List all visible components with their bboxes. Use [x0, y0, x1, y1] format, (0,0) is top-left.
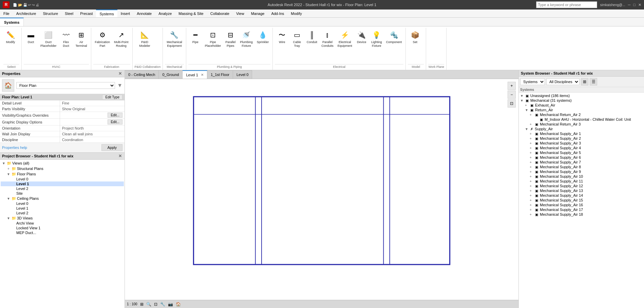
minimize-button[interactable]: ─	[628, 3, 631, 7]
zoom-out-button[interactable]: −	[508, 91, 516, 99]
ribbon-tab-systems[interactable]: Systems	[0, 18, 24, 26]
ribbon-btn-sprinkler[interactable]: 💧Sprinkler	[255, 28, 271, 45]
system-browser-item[interactable]: +▣Mechanical Supply_Air 2	[519, 136, 643, 141]
sb-expand-icon[interactable]: +	[530, 146, 534, 150]
menu-item-view[interactable]: View	[233, 9, 248, 17]
sb-expand-icon[interactable]: +	[530, 160, 534, 164]
ribbon-btn-set[interactable]: 📦Set	[408, 28, 422, 45]
disciplines-dropdown[interactable]: All Disciplines	[546, 78, 580, 85]
sb-expand-icon[interactable]: +	[530, 151, 534, 155]
menu-item-modify[interactable]: Modify	[287, 9, 305, 17]
sb-expand-icon[interactable]: +	[530, 170, 534, 174]
properties-close-button[interactable]: ✕	[118, 71, 122, 76]
system-browser-item[interactable]: +▣Mechanical Supply_Air 12	[519, 184, 643, 188]
menu-item-collaborate[interactable]: Collaborate	[207, 9, 233, 17]
footer-icon-4[interactable]: 🔧	[160, 302, 165, 307]
system-browser-tree[interactable]: ▼▣Unassigned (186 items)▼▣Mechanical (31…	[519, 93, 644, 308]
ribbon-btn-device[interactable]: 🔌Device	[355, 28, 369, 45]
expand-icon[interactable]: ▼	[6, 196, 11, 201]
footer-icon-5[interactable]: 📷	[168, 302, 173, 307]
system-browser-item[interactable]: +▣Mechanical Supply_Air 7	[519, 160, 643, 165]
system-browser-item[interactable]: ▼▣Unassigned (186 items)	[519, 93, 643, 98]
sb-expand-icon[interactable]: +	[530, 198, 534, 202]
system-browser-item[interactable]: +▣Mechanical Supply_Air 3	[519, 141, 643, 146]
project-browser-item[interactable]: ▼📁Views (all)	[1, 160, 124, 166]
ribbon-btn-cable-tray[interactable]: ▭Cable Tray	[290, 28, 304, 49]
ribbon-btn-parallel-pipes[interactable]: ⊟Parallel Pipes	[223, 28, 238, 49]
ribbon-btn-multi-point-routing[interactable]: ↗Multi-Point Routing	[112, 28, 130, 49]
project-browser-item[interactable]: ▼📁Floor Plans	[1, 171, 124, 177]
project-browser-item[interactable]: Locked View 1	[1, 226, 124, 230]
menu-item-systems[interactable]: Systems	[96, 9, 117, 17]
sb-expand-icon[interactable]: +	[530, 179, 534, 183]
sb-view-btn-2[interactable]: ☰	[590, 78, 597, 85]
sb-expand-icon[interactable]: +	[530, 189, 534, 193]
system-browser-item[interactable]: +▣Mechanical Supply_Air 10	[519, 174, 643, 179]
sb-expand-icon[interactable]: +	[530, 175, 534, 178]
view-tab-close-button[interactable]: ✕	[201, 73, 204, 77]
ribbon-btn-pid-modeler[interactable]: 📐P&ID Modeler	[135, 28, 155, 49]
system-browser-item[interactable]: +▣Mechanical Supply_Air 4	[519, 146, 643, 150]
system-browser-item[interactable]: +▣Mechanical Return_Air 2	[519, 112, 643, 117]
systems-dropdown[interactable]: Systems	[520, 78, 545, 85]
project-browser-item[interactable]: Level 1	[1, 206, 124, 211]
expand-icon[interactable]: ▼	[6, 172, 11, 176]
system-browser-item[interactable]: ▼▣Return_Air	[519, 108, 643, 112]
menu-item-massing---site[interactable]: Massing & Site	[175, 9, 207, 17]
sb-expand-icon[interactable]: ▼	[525, 108, 530, 112]
system-browser-item[interactable]: +▣Mechanical Supply_Air 15	[519, 198, 643, 203]
save-icon[interactable]: 💾	[23, 3, 27, 7]
sb-expand-icon[interactable]: +	[530, 213, 534, 216]
expand-icon[interactable]: ▼	[6, 216, 11, 220]
expand-icon[interactable]: +	[6, 166, 11, 171]
sb-expand-icon[interactable]: +	[530, 203, 534, 207]
project-browser-item[interactable]: ▼📁3D Views	[1, 215, 124, 221]
project-browser-tree[interactable]: ▼📁Views (all)+📁Structural Plans▼📁Floor P…	[0, 160, 125, 308]
menu-item-add-ins[interactable]: Add-Ins	[268, 9, 287, 17]
sb-expand-icon[interactable]: +	[530, 208, 534, 212]
ribbon-btn-duct-placeholder[interactable]: ⬜Duct Placeholder	[39, 28, 58, 49]
redo-icon[interactable]: ↪	[32, 3, 35, 7]
ribbon-btn-conduit[interactable]: ║Conduit	[305, 28, 319, 45]
sb-expand-icon[interactable]: +	[530, 137, 534, 140]
system-browser-item[interactable]: +▣Mechanical Supply_Air 18	[519, 212, 643, 217]
menu-item-analyze[interactable]: Analyze	[155, 9, 175, 17]
expand-icon[interactable]: ▼	[1, 161, 6, 166]
sb-expand-icon[interactable]: +	[530, 141, 534, 145]
menu-item-precast[interactable]: Precast	[77, 9, 96, 17]
footer-icon-6[interactable]: 🏠	[176, 302, 181, 307]
apply-button[interactable]: Apply	[101, 144, 122, 151]
project-browser-item[interactable]: Level 0	[1, 201, 124, 206]
menu-item-insert[interactable]: Insert	[117, 9, 134, 17]
system-browser-item[interactable]: +▣Mechanical Supply_Air 9	[519, 169, 643, 174]
properties-help-link[interactable]: Properties help	[2, 146, 27, 150]
footer-icon-3[interactable]: ⊡	[154, 302, 157, 307]
sb-expand-icon[interactable]: +	[530, 122, 534, 126]
project-browser-item[interactable]: Level 2	[1, 211, 124, 215]
floor-plan-canvas[interactable]: + − ⊡	[125, 79, 518, 300]
project-browser-item[interactable]: Level 1	[1, 181, 124, 186]
new-icon[interactable]: 📄	[13, 3, 17, 7]
project-browser-item[interactable]: Level 0	[1, 177, 124, 181]
sb-expand-icon[interactable]: +	[530, 194, 534, 197]
system-browser-item[interactable]: +▣Mechanical Supply_Air 11	[519, 179, 643, 184]
sb-expand-icon[interactable]: +	[530, 113, 534, 117]
project-browser-item[interactable]: Level 2	[1, 186, 124, 191]
ribbon-btn-pipe[interactable]: ━Pipe	[188, 28, 203, 45]
system-browser-item[interactable]: ▣M_Indoor AHU - Horizontal - Chilled Wat…	[519, 117, 643, 122]
project-browser-item[interactable]: Archi View	[1, 221, 124, 226]
open-icon[interactable]: 📂	[18, 3, 22, 7]
ribbon-btn-component[interactable]: 🔩Component	[384, 28, 404, 45]
ribbon-btn-modify[interactable]: ✏️Modify	[3, 28, 18, 45]
sb-expand-icon[interactable]: +	[530, 156, 534, 159]
footer-icon-1[interactable]: ⊞	[140, 302, 144, 307]
menu-item-manage[interactable]: Manage	[248, 9, 268, 17]
sb-expand-icon[interactable]: ▼	[520, 94, 525, 98]
sb-expand-icon[interactable]: +	[530, 165, 534, 169]
keyword-search-input[interactable]	[536, 1, 597, 8]
view-tab-level-0[interactable]: Level 0	[233, 70, 252, 79]
sb-expand-icon[interactable]: ▼	[520, 99, 525, 102]
view-tab-level-1[interactable]: Level 1✕	[183, 70, 207, 79]
ribbon-btn-pipe-placeholder[interactable]: ⊡Pipe Placeholder	[203, 28, 223, 49]
zoom-in-button[interactable]: +	[508, 82, 516, 90]
